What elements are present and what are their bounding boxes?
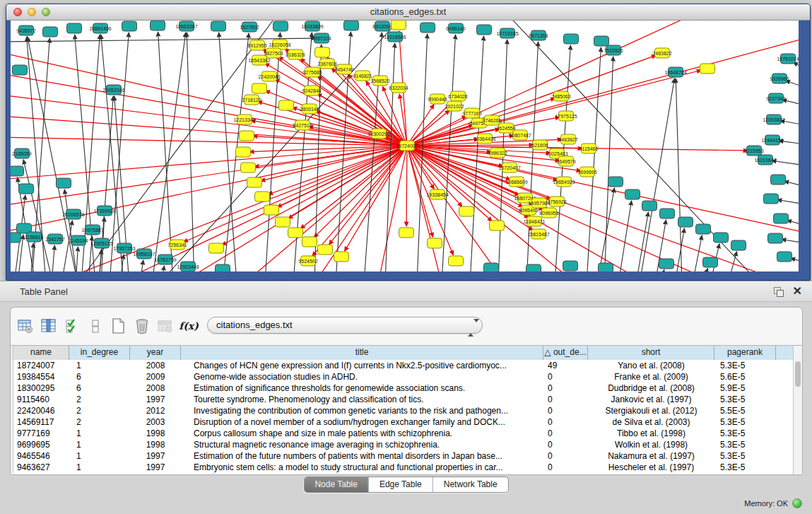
- graph-edge[interactable]: [407, 38, 799, 146]
- cell-name[interactable]: 9465546: [13, 450, 69, 462]
- table-row[interactable]: 1830029562008Estimation of significance …: [11, 382, 802, 394]
- graph-edge[interactable]: [777, 199, 799, 204]
- column-header-name[interactable]: name: [13, 346, 69, 360]
- cell-out_degree[interactable]: 0: [543, 439, 588, 450]
- show-columns-icon[interactable]: [38, 315, 59, 337]
- cell-in_degree[interactable]: 6: [69, 371, 130, 382]
- graph-node[interactable]: [731, 240, 746, 250]
- column-header-out_degree[interactable]: △ out_de...: [543, 346, 588, 360]
- cell-title[interactable]: Tourette syndrome. Phenomenology and cla…: [181, 394, 543, 405]
- cell-pagerank[interactable]: 5.6E-5: [714, 371, 776, 382]
- graph-edge[interactable]: [11, 146, 407, 206]
- cell-year[interactable]: 2009: [130, 371, 181, 382]
- graph-edge[interactable]: [11, 95, 407, 146]
- graph-node[interactable]: [764, 194, 779, 204]
- cell-name[interactable]: 19384554: [13, 371, 69, 382]
- graph-edge[interactable]: [52, 245, 54, 271]
- graph-node[interactable]: [526, 264, 541, 271]
- graph-node[interactable]: [392, 21, 406, 30]
- cell-in_degree[interactable]: 1: [69, 450, 130, 462]
- graph-node[interactable]: [420, 23, 435, 33]
- graph-node[interactable]: [318, 245, 333, 255]
- graph-node[interactable]: [276, 217, 290, 227]
- graph-edge[interactable]: [76, 247, 78, 271]
- graph-node[interactable]: [625, 189, 640, 199]
- graph-edge[interactable]: [407, 146, 534, 230]
- cell-year[interactable]: 2008: [130, 382, 181, 394]
- graph-edge[interactable]: [152, 33, 186, 271]
- graph-node[interactable]: [315, 47, 330, 57]
- table-row[interactable]: 1456911722003Disruption of a novel membe…: [11, 416, 802, 428]
- cell-in_degree[interactable]: 2: [69, 416, 130, 428]
- graph-node[interactable]: [11, 166, 24, 176]
- graph-edge[interactable]: [11, 38, 315, 42]
- cell-title[interactable]: Changes of HCN gene expression and I(f) …: [181, 360, 543, 371]
- cell-pagerank[interactable]: 5.9E-5: [714, 382, 776, 394]
- graph-node[interactable]: [564, 34, 579, 44]
- graph-edge[interactable]: [782, 239, 799, 243]
- table-row[interactable]: 2242004622012Investigating the contribut…: [11, 405, 802, 416]
- cell-out_degree[interactable]: 0: [543, 405, 588, 416]
- cell-title[interactable]: Estimation of the future numbers of pati…: [181, 450, 543, 462]
- deselect-all-icon[interactable]: [85, 315, 106, 337]
- memory-indicator[interactable]: Memory: OK: [744, 496, 802, 510]
- network-canvas[interactable]: 9435572206914061065328715276021603380978…: [11, 21, 799, 271]
- graph-node[interactable]: [484, 263, 499, 271]
- graph-node[interactable]: [449, 256, 464, 266]
- graph-node[interactable]: [703, 257, 718, 267]
- cell-in_degree[interactable]: 6: [69, 382, 130, 394]
- graph-edge[interactable]: [406, 146, 407, 226]
- graph-node[interactable]: [428, 238, 442, 248]
- cell-in_degree[interactable]: 1: [69, 428, 130, 439]
- graph-node[interactable]: [273, 21, 288, 31]
- function-builder-icon[interactable]: f(x): [178, 315, 199, 337]
- graph-edge[interactable]: [587, 47, 601, 271]
- cell-short[interactable]: Nakamura et al. (1997): [588, 450, 714, 462]
- select-all-icon[interactable]: [61, 315, 83, 337]
- graph-node[interactable]: [659, 259, 674, 269]
- new-column-icon[interactable]: [108, 315, 129, 337]
- window-titlebar[interactable]: citations_edges.txt: [6, 4, 810, 21]
- cell-title[interactable]: Investigating the contribution of common…: [181, 405, 543, 416]
- table-row[interactable]: 977716911998Corpus callosum shape and si…: [11, 428, 802, 439]
- graph-node[interactable]: [696, 224, 711, 234]
- cell-in_degree[interactable]: 2: [69, 405, 130, 416]
- column-header-title[interactable]: title: [181, 346, 543, 360]
- graph-node[interactable]: [563, 261, 578, 271]
- cell-pagerank[interactable]: 5.5E-5: [714, 405, 776, 416]
- graph-edge[interactable]: [640, 78, 674, 271]
- tab-node-table[interactable]: Node Table: [304, 477, 368, 492]
- cell-year[interactable]: 2003: [130, 416, 181, 428]
- cell-short[interactable]: de Silva et al. (2003): [588, 416, 714, 428]
- cell-in_degree[interactable]: 2: [69, 394, 130, 405]
- graph-edge[interactable]: [618, 201, 632, 271]
- graph-edge[interactable]: [597, 188, 614, 271]
- graph-edge[interactable]: [265, 33, 280, 271]
- graph-node[interactable]: [236, 147, 251, 157]
- cell-out_degree[interactable]: 0: [543, 462, 588, 473]
- cell-name[interactable]: 22420046: [13, 405, 69, 416]
- graph-node[interactable]: [678, 217, 693, 227]
- table-row[interactable]: 1938455462009Genome-wide association stu…: [11, 371, 802, 382]
- cell-pagerank[interactable]: 5.3E-5: [714, 450, 776, 462]
- graph-node[interactable]: [642, 201, 657, 211]
- network-canvas-svg[interactable]: 9435572206914061065328715276021603380978…: [11, 21, 799, 271]
- graph-edge[interactable]: [159, 21, 406, 271]
- cell-name[interactable]: 9777169: [13, 428, 69, 439]
- cell-out_degree[interactable]: 0: [543, 371, 588, 382]
- cell-short[interactable]: Hescheler et al. (1997): [588, 462, 714, 473]
- cell-pagerank[interactable]: 5.3E-5: [714, 416, 776, 428]
- graph-node[interactable]: [334, 252, 349, 262]
- cell-title[interactable]: Corpus callosum shape and size in male p…: [181, 428, 543, 439]
- graph-node[interactable]: [302, 237, 317, 247]
- graph-edge[interactable]: [407, 21, 703, 146]
- graph-node[interactable]: [771, 175, 786, 185]
- graph-node[interactable]: [252, 83, 267, 93]
- graph-node[interactable]: [608, 177, 623, 187]
- cell-short[interactable]: Stergiakouli et al. (2012): [588, 405, 714, 416]
- graph-edge[interactable]: [604, 57, 613, 271]
- graph-edge[interactable]: [101, 35, 124, 271]
- cell-name[interactable]: 9463627: [13, 462, 69, 473]
- graph-node[interactable]: [247, 177, 262, 187]
- graph-node[interactable]: [774, 214, 789, 223]
